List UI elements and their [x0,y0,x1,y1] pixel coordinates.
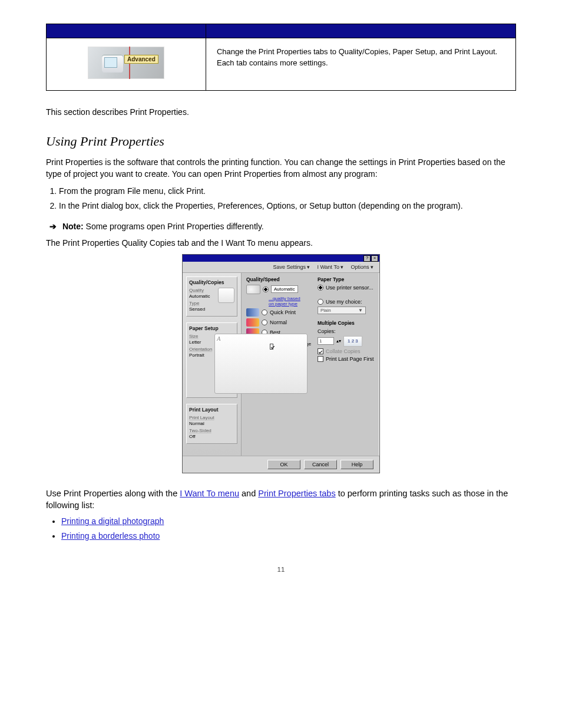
pt-choice-label: Use my choice: [326,299,362,305]
checkbox-lastfirst[interactable] [318,356,323,362]
page-icon [214,334,308,394]
page-number: 11 [46,566,516,573]
sidebar-pl-val1: Normal [189,421,234,427]
sidebar-quality-copies[interactable]: Quality/Copies Quality Automatic Type Se… [186,276,237,317]
quality-quick-label: Quick Print [270,309,296,315]
cancel-button[interactable]: Cancel [304,460,337,469]
sidebar-ps-val1: Letter [189,340,212,345]
quality-automatic[interactable]: Automatic [246,285,312,294]
quick-quality-icon [246,308,259,317]
quality-normal-label: Normal [270,319,287,325]
sidebar-qc-val1: Automatic [189,294,210,299]
advanced-tag: Advanced [124,55,158,64]
quality-speed-head: Quality/Speed [246,276,312,282]
paper-type-dropdown[interactable]: Plain ▼ [318,307,366,314]
task-link-1[interactable]: Printing a borderless photo [61,531,160,541]
help-button[interactable]: Help [340,460,373,469]
collate-copies[interactable]: Collate Copies [318,348,375,354]
quality-autolink2[interactable]: on paper type [269,301,312,307]
section-intro: This section describes Print Properties. [46,106,516,118]
radio-choice[interactable] [318,299,323,305]
advanced-thumbnail: Advanced [88,47,164,79]
sidebar-head-pl: Print Layout [189,407,234,413]
printer-icon [102,55,123,73]
step-2: In the Print dialog box, click the Prope… [59,199,516,212]
sidebar-print-layout[interactable]: Print Layout Print Layout Normal Two-Sid… [186,404,237,444]
note-line: ➔ Note: Some programs open Print Propert… [46,220,516,232]
collate-icon: 1 2 3 [343,336,362,347]
section-paragraph: Print Properties is the software that co… [46,156,516,180]
i-want-to-link[interactable]: I Want To menu [180,489,239,498]
lastfirst-label: Print Last Page First [326,356,374,362]
window-close-icon[interactable]: × [371,255,378,262]
def-desc-cell: Change the Print Properties tabs to Qual… [206,38,515,91]
menu-save-settings[interactable]: Save Settings ▾ [273,264,310,270]
task-bullet: Printing a digital photograph [61,515,516,528]
normal-quality-icon [246,318,259,327]
step-1: From the program File menu, click Print. [59,185,516,197]
sidebar-pl-val2: Off [189,434,234,440]
print-properties-window: ? × Save Settings ▾ I Want To ▾ Options … [182,254,380,473]
task-link-0[interactable]: Printing a digital photograph [61,516,164,526]
sidebar-pl-label1: Print Layout [189,415,234,421]
copies-spinner[interactable]: 1 [318,337,334,345]
sidebar-qc-label2: Type [189,301,210,307]
radio-auto[interactable] [263,286,269,292]
window-menubar: Save Settings ▾ I Want To ▾ Options ▾ [183,262,379,273]
window-help-icon[interactable]: ? [363,255,371,262]
copies-label: Copies: [318,328,375,334]
print-properties-tabs-link[interactable]: Print Properties tabs [258,489,335,498]
sidebar-pl-label2: Two-Sided [189,428,234,434]
print-last-first[interactable]: Print Last Page First [318,356,375,362]
window-titlebar: ? × [183,255,379,262]
paper-type-sensor[interactable]: Use printer sensor... [318,285,375,291]
sidebar-qc-val2: Sensed [189,307,210,312]
radio-sensor[interactable] [318,285,323,291]
multiple-copies-head: Multiple Copies [318,320,375,326]
quality-autolink1[interactable]: ...quality based [269,296,312,301]
paper-type-choice[interactable]: Use my choice: [318,299,375,305]
section-heading: Using Print Properties [46,133,516,150]
paper-type-head: Paper Type [318,276,375,282]
lead-paragraph: Use Print Properties along with the I Wa… [46,487,516,512]
def-desc: Change the Print Properties tabs to Qual… [217,47,505,69]
task-bullet: Printing a borderless photo [61,529,516,542]
def-from-cell: Advanced [47,38,206,91]
quality-normal[interactable]: Normal [246,318,312,327]
steps-list: From the program File menu, click Print.… [59,185,516,212]
sidebar-ps-label1: Size [189,334,212,340]
dialog-buttons: OK Cancel Help [183,456,379,473]
radio-quick[interactable] [262,309,267,315]
chevron-down-icon: ▼ [358,308,363,313]
result-line: The Print Properties Quality Copies tab … [46,237,516,249]
quality-auto-label: Automatic [271,285,298,293]
radio-normal[interactable] [262,319,267,325]
sidebar-head-qc: Quality/Copies [189,279,234,285]
sidebar: Quality/Copies Quality Automatic Type Se… [183,273,242,456]
task-bullets: Printing a digital photograph Printing a… [46,515,516,542]
collate-label: Collate Copies [326,348,361,354]
sidebar-ps-val2: Portrait [189,353,212,358]
checkbox-ais[interactable] [270,344,274,350]
sidebar-head-ps: Paper Setup [189,325,234,331]
ok-button[interactable]: OK [267,460,300,469]
quality-quick[interactable]: Quick Print [246,308,312,317]
pt-sensor-label: Use printer sensor... [326,285,373,291]
definition-table: Advanced Change the Print Properties tab… [46,24,516,91]
arrow-icon: ➔ [49,220,57,232]
checkbox-collate[interactable] [318,348,323,354]
pt-selected: Plain [320,308,331,313]
sidebar-qc-label1: Quality [189,288,210,294]
menu-i-want-to[interactable]: I Want To ▾ [317,264,343,270]
menu-options[interactable]: Options ▾ [351,264,373,270]
sidebar-ps-label2: Orientation [189,347,212,353]
sidebar-paper-setup[interactable]: Paper Setup Size Letter Orientation Port… [186,322,237,398]
auto-quality-icon [246,285,260,294]
magnifier-icon [218,288,234,303]
